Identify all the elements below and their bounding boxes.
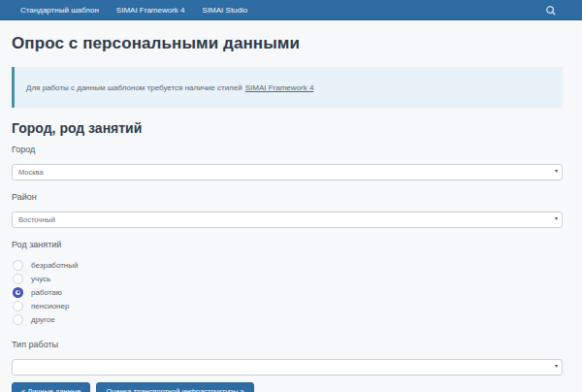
city-select-wrap: Москва ▾ xyxy=(12,161,563,180)
occupation-radio-group: безработный учусь работаю пенсионер друг… xyxy=(12,258,563,326)
next-step-button[interactable]: Оценка транспортной инфраструктуры » xyxy=(96,382,253,392)
radio-icon xyxy=(13,260,23,271)
radio-option-studying[interactable]: учусь xyxy=(12,272,563,285)
work-type-label: Тип работы xyxy=(12,340,563,350)
radio-option-label: работаю xyxy=(31,288,62,297)
section-title: Город, род занятий xyxy=(12,120,563,137)
radio-option-label: безработный xyxy=(31,261,79,270)
nav-item-standard-template[interactable]: Стандартный шаблон xyxy=(12,0,108,20)
radio-option-unemployed[interactable]: безработный xyxy=(12,258,563,272)
top-navbar: Стандартный шаблон SIMAI Framework 4 SIM… xyxy=(0,0,582,20)
radio-option-pensioner[interactable]: пенсионер xyxy=(12,299,563,312)
search-button[interactable] xyxy=(544,4,557,16)
district-label: Район xyxy=(12,192,563,203)
page-title: Опрос с персональными данными xyxy=(12,33,563,54)
radio-icon xyxy=(13,314,23,325)
radio-option-label: учусь xyxy=(31,275,50,283)
occupation-label: Род занятий xyxy=(12,240,563,250)
page-content: Опрос с персональными данными Для работы… xyxy=(0,33,582,392)
work-type-select[interactable] xyxy=(12,359,563,376)
radio-option-working[interactable]: работаю xyxy=(12,285,563,299)
radio-icon xyxy=(13,274,23,284)
radio-icon xyxy=(13,287,23,298)
radio-icon xyxy=(13,301,23,311)
alert-text: Для работы с данным шаблоном требуется н… xyxy=(26,83,242,92)
work-type-select-wrap: ▾ xyxy=(12,356,563,376)
district-select-wrap: Восточный ▾ xyxy=(12,209,563,228)
alert-framework-link[interactable]: SIMAI Framework 4 xyxy=(245,83,314,92)
radio-option-other[interactable]: другое xyxy=(12,312,563,326)
prev-step-button[interactable]: « Личные данные xyxy=(12,382,90,392)
info-alert: Для работы с данным шаблоном требуется н… xyxy=(12,67,563,108)
district-select[interactable]: Восточный xyxy=(12,212,563,228)
radio-option-label: пенсионер xyxy=(31,302,69,310)
nav-item-simai-studio[interactable]: SIMAI Studio xyxy=(194,0,257,20)
search-icon xyxy=(545,5,557,16)
nav-item-simai-framework[interactable]: SIMAI Framework 4 xyxy=(108,0,194,20)
radio-option-label: другое xyxy=(31,315,55,324)
city-label: Город xyxy=(12,145,563,155)
city-select[interactable]: Москва xyxy=(12,164,563,180)
form-navigation: « Личные данные Оценка транспортной инфр… xyxy=(12,382,563,392)
